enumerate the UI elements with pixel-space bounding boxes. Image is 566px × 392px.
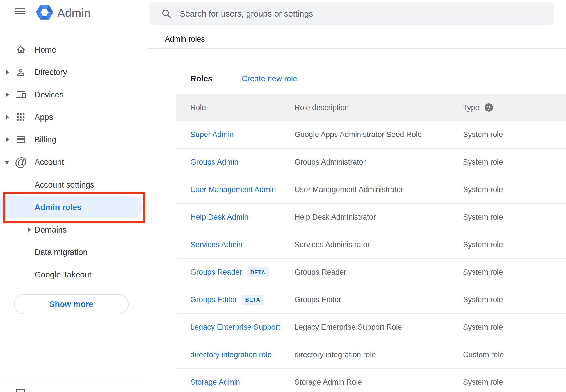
role-type: System role [463, 369, 503, 392]
sidebar-item-admin-roles[interactable]: Admin roles [0, 196, 148, 218]
role-link[interactable]: Groups Reader [190, 268, 242, 277]
role-type: System role [463, 314, 503, 341]
role-description: User Management Administrator [295, 176, 403, 203]
search-input[interactable] [180, 9, 554, 19]
help-icon[interactable]: ? [485, 103, 493, 112]
table-row: User Management Admin User Management Ad… [176, 176, 566, 204]
sidebar-item-label: Admin roles [35, 203, 82, 212]
search-icon [161, 8, 172, 19]
column-header-type: Type ? [463, 94, 493, 121]
expand-right-icon[interactable] [6, 137, 9, 142]
role-type: System role [463, 204, 503, 231]
column-header-description: Role description [295, 94, 349, 121]
breadcrumb: Admin roles [165, 35, 205, 44]
table-row: directory integration role directory int… [176, 341, 566, 369]
role-link[interactable]: Legacy Enterprise Support [190, 323, 280, 332]
expand-down-icon[interactable] [4, 161, 10, 164]
table-row: Super Admin Google Apps Administrator Se… [176, 121, 566, 149]
sidebar-item-directory[interactable]: Directory [0, 61, 148, 83]
sidebar-item-account-settings[interactable]: Account settings [0, 174, 148, 196]
role-link[interactable]: Help Desk Admin [190, 213, 248, 222]
table-row: Services Admin Services Administrator Sy… [176, 231, 566, 259]
sidebar-item-label: Domains [35, 225, 67, 234]
sidebar-item-devices[interactable]: Devices [0, 83, 148, 106]
apps-grid-icon [16, 112, 26, 122]
role-link[interactable]: Groups Editor [190, 295, 237, 304]
search-bar [149, 2, 554, 25]
role-type: System role [463, 176, 503, 203]
sidebar-item-label: Home [35, 45, 56, 54]
sidebar-item-label: Apps [35, 113, 53, 122]
role-link[interactable]: Storage Admin [190, 378, 240, 387]
role-description: Help Desk Administrator [295, 204, 376, 231]
role-type: Custom role [463, 341, 504, 368]
role-link[interactable]: directory integration role [190, 350, 272, 359]
person-icon [16, 67, 26, 77]
beta-badge: BETA [242, 295, 264, 305]
expand-right-icon[interactable] [6, 115, 9, 120]
roles-card: Roles Create new role Role Role descript… [176, 63, 566, 392]
table-row: Help Desk Admin Help Desk Administrator … [176, 204, 566, 231]
admin-console: Admin Home Directory Devices [0, 0, 566, 392]
sidebar-item-domains[interactable]: Domains [0, 218, 148, 241]
sidebar-item-label: Directory [35, 68, 67, 77]
role-type: System role [463, 286, 503, 313]
sidebar-divider [0, 380, 148, 380]
content-divider [148, 48, 566, 49]
sidebar-item-label: Devices [35, 90, 63, 99]
table-row: Storage Admin Storage Admin Role System … [176, 369, 566, 392]
sidebar-item-home[interactable]: Home [0, 38, 148, 61]
logo-text: Admin [57, 6, 91, 20]
sidebar-item-data-migration[interactable]: Data migration [0, 241, 148, 263]
roles-card-header: Roles Create new role [176, 63, 566, 94]
show-more-button[interactable]: Show more [14, 294, 129, 314]
roles-table-body: Super Admin Google Apps Administrator Se… [176, 121, 566, 392]
create-new-role-link[interactable]: Create new role [242, 74, 297, 83]
expand-right-icon[interactable] [28, 227, 31, 232]
role-type: System role [463, 149, 503, 176]
sidebar-item-account[interactable]: @ Account [0, 151, 148, 173]
role-description: Google Apps Administrator Seed Role [295, 121, 422, 148]
sidebar-item-label: Account settings [35, 180, 94, 190]
role-description: Legacy Enterprise Support Role [295, 314, 402, 341]
role-link[interactable]: Super Admin [190, 130, 234, 139]
table-row: Groups Reader BETA Groups Reader System … [176, 259, 566, 286]
role-description: Groups Administrator [295, 149, 366, 176]
admin-gem-icon [36, 4, 53, 22]
sidebar-item-apps[interactable]: Apps [0, 106, 148, 128]
at-icon: @ [16, 157, 26, 167]
role-description: Groups Editor [295, 286, 341, 313]
table-row: Groups Admin Groups Administrator System… [176, 149, 566, 176]
role-description: Services Administrator [295, 231, 370, 258]
admin-logo[interactable]: Admin [36, 4, 91, 22]
role-link[interactable]: User Management Admin [190, 185, 276, 194]
sidebar-item-label: Account [35, 158, 64, 167]
role-type: System role [463, 259, 503, 286]
sidebar-item-label: Google Takeout [35, 270, 92, 279]
expand-right-icon[interactable] [6, 92, 9, 97]
sidebar-item-label: Data migration [35, 248, 88, 257]
home-icon [16, 45, 26, 55]
hamburger-menu-icon[interactable] [15, 8, 25, 15]
partial-sidebar-icon [16, 389, 25, 392]
table-row: Groups Editor BETA Groups Editor System … [176, 286, 566, 314]
role-link[interactable]: Groups Admin [190, 158, 238, 167]
sidebar-item-label: Billing [35, 135, 56, 144]
card-title: Roles [190, 74, 213, 83]
table-header-row: Role Role description Type ? [176, 94, 566, 121]
sidebar-item-google-takeout[interactable]: Google Takeout [0, 263, 148, 286]
beta-badge: BETA [247, 267, 269, 277]
sidebar-item-billing[interactable]: Billing [0, 128, 148, 151]
role-type: System role [463, 231, 503, 258]
role-description: Storage Admin Role [295, 369, 362, 392]
table-row: Legacy Enterprise Support Legacy Enterpr… [176, 314, 566, 341]
role-link[interactable]: Services Admin [190, 240, 243, 249]
column-header-role: Role [190, 94, 206, 121]
credit-card-icon [16, 135, 26, 145]
devices-icon [16, 90, 26, 100]
role-description: directory integration role [295, 341, 376, 368]
expand-right-icon[interactable] [6, 70, 9, 75]
role-description: Groups Reader [295, 259, 346, 286]
role-type: System role [463, 121, 503, 148]
